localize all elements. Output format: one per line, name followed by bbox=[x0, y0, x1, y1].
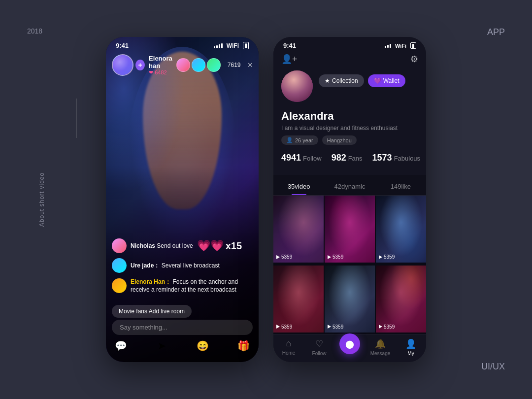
settings-icon[interactable]: ⚙ bbox=[410, 54, 418, 65]
collection-button[interactable]: ★ Collection bbox=[319, 74, 364, 87]
chat-avatar-2 bbox=[112, 258, 127, 273]
viewer-avatar-3 bbox=[207, 58, 221, 72]
play-icon-5 bbox=[328, 325, 331, 329]
home-icon: ⌂ bbox=[286, 338, 292, 349]
follow-label: Follow bbox=[312, 351, 327, 356]
fans-stat: 982 Fans bbox=[332, 153, 363, 163]
add-host-button[interactable]: + bbox=[135, 60, 145, 70]
movie-fans-button[interactable]: Movie fans Add live room bbox=[112, 305, 192, 318]
video-grid: 5359 5359 5359 5359 bbox=[273, 196, 426, 334]
tab-video[interactable]: 35video bbox=[273, 179, 324, 195]
nav-my[interactable]: 👤 My bbox=[396, 338, 426, 356]
phone1-content: 9:41 WiFi ▮ + bbox=[106, 37, 259, 362]
avatar-image bbox=[281, 70, 313, 102]
profile-name: Alexandra bbox=[273, 106, 426, 125]
phones-container: 9:41 WiFi ▮ + bbox=[106, 37, 426, 362]
time2: 9:41 bbox=[283, 42, 296, 49]
my-icon: 👤 bbox=[405, 338, 416, 349]
close-button[interactable]: × bbox=[247, 60, 253, 70]
video-views-6: 5359 bbox=[379, 324, 395, 330]
video-views-5: 5359 bbox=[328, 324, 343, 330]
share-icon[interactable]: ➤ bbox=[153, 337, 170, 355]
play-icon-4 bbox=[276, 325, 280, 329]
fabulous-stat: 1573 Fabulous bbox=[372, 153, 421, 163]
video-views-3: 5359 bbox=[379, 254, 395, 260]
chat-text-2: Ure jade： Several live broadcast bbox=[131, 262, 220, 270]
chat-input[interactable]: Say something... bbox=[112, 320, 253, 335]
play-icon-2 bbox=[328, 255, 331, 259]
chat-area: Nicholas Send out love 💗💗 x15 Ure jade： bbox=[112, 238, 253, 298]
profile-main: ★ Collection 💜 Wallet bbox=[273, 66, 426, 106]
location-value: Hangzhou bbox=[327, 137, 352, 143]
nav-record[interactable]: ⬤ bbox=[334, 338, 365, 356]
signal-icons: WiFi ▮ bbox=[214, 42, 249, 49]
video-views-1: 5359 bbox=[276, 254, 292, 260]
my-label: My bbox=[407, 351, 414, 356]
profile-top-icons: 👤+ ⚙ bbox=[273, 52, 426, 66]
message-icon: 🔔 bbox=[375, 338, 386, 349]
wallet-button[interactable]: 💜 Wallet bbox=[368, 74, 405, 87]
tab-dynamic[interactable]: 42dynamic bbox=[324, 179, 375, 195]
video-thumb-3[interactable]: 5359 bbox=[376, 196, 426, 263]
video-thumb-4[interactable]: 5359 bbox=[273, 266, 324, 332]
fabulous-count: 1573 bbox=[372, 153, 392, 163]
signal-icons-2: WiFi ▮ bbox=[385, 42, 416, 49]
location-tag: Hangzhou bbox=[322, 135, 357, 145]
chat-avatar-1 bbox=[112, 238, 127, 253]
chat-icon[interactable]: 💬 bbox=[112, 337, 130, 355]
tab-like[interactable]: 149like bbox=[375, 179, 426, 195]
video-thumb-1[interactable]: 5359 bbox=[273, 196, 324, 263]
emoji-icon[interactable]: 😄 bbox=[194, 337, 212, 355]
viewer-avatar-2 bbox=[192, 58, 205, 72]
profile-stats: 4941 Follow 982 Fans 1573 Fabulous bbox=[273, 149, 426, 167]
uiux-label: UI/UX bbox=[481, 362, 505, 372]
collection-label: Collection bbox=[332, 77, 358, 84]
record-button[interactable]: ⬤ bbox=[339, 333, 360, 354]
nav-message[interactable]: 🔔 Message bbox=[365, 338, 396, 356]
play-icon-3 bbox=[379, 255, 382, 259]
wallet-label: Wallet bbox=[383, 77, 399, 84]
play-icon-6 bbox=[379, 325, 382, 329]
age-value: 26 year bbox=[295, 137, 313, 143]
bottom-actions: 💬 ➤ 😄 🎁 bbox=[112, 337, 253, 355]
year-label: 2018 bbox=[27, 27, 42, 35]
video-thumb-5[interactable]: 5359 bbox=[325, 266, 375, 332]
home-label: Home bbox=[282, 350, 296, 356]
follow-label: Follow bbox=[303, 155, 322, 162]
profile-tabs: 35video 42dynamic 149like bbox=[273, 175, 426, 196]
host-name: Elenora han bbox=[149, 55, 172, 69]
collection-star-icon: ★ bbox=[325, 77, 330, 84]
phone1-live: 9:41 WiFi ▮ + bbox=[106, 37, 259, 362]
gift-icon[interactable]: 🎁 bbox=[235, 337, 253, 355]
phone2-profile: 9:41 WiFi ▮ 👤+ ⚙ bbox=[273, 37, 426, 362]
nav-home[interactable]: ⌂ Home bbox=[273, 338, 304, 356]
profile-section: 9:41 WiFi ▮ 👤+ ⚙ bbox=[273, 37, 426, 175]
host-info: Elenora han ❤ 6482 bbox=[149, 55, 172, 76]
bottom-nav: ⌂ Home ♡ Follow ⬤ 🔔 Message 👤 My bbox=[273, 334, 426, 362]
age-tag: 👤 26 year bbox=[281, 135, 318, 145]
add-friend-icon[interactable]: 👤+ bbox=[281, 54, 298, 65]
play-icon-1 bbox=[276, 255, 280, 259]
video-thumb-6[interactable]: 5359 bbox=[376, 266, 426, 332]
status-bar: 9:41 WiFi ▮ bbox=[106, 37, 259, 52]
video-views-4: 5359 bbox=[276, 324, 292, 330]
chat-avatar-3 bbox=[112, 278, 127, 293]
side-text: About short video bbox=[38, 172, 45, 227]
message-label: Message bbox=[370, 351, 391, 356]
viewer-avatar-1 bbox=[176, 58, 190, 72]
action-buttons: ★ Collection 💜 Wallet bbox=[319, 74, 405, 87]
chat-hearts-message: Nicholas Send out love 💗💗 x15 bbox=[112, 238, 253, 253]
fans-count: 982 bbox=[332, 153, 346, 163]
follow-icon: ♡ bbox=[315, 338, 323, 349]
heart-emoji: 💗💗 bbox=[197, 239, 224, 252]
video-thumb-2[interactable]: 5359 bbox=[325, 196, 375, 263]
profile-tags: 👤 26 year Hangzhou bbox=[273, 135, 426, 149]
live-top-bar: + Elenora han ❤ 6482 7619 × bbox=[106, 52, 259, 78]
chat-text-1: Nicholas Send out love bbox=[131, 242, 193, 249]
record-icon: ⬤ bbox=[345, 339, 354, 349]
hearts-display: 💗💗 x15 bbox=[197, 239, 242, 252]
viewer-count: 7619 bbox=[228, 62, 241, 68]
nav-follow[interactable]: ♡ Follow bbox=[304, 338, 334, 356]
chat-text-3: Elenora Han： Focus on the anchor and rec… bbox=[131, 278, 253, 293]
heart-count: x15 bbox=[226, 240, 242, 252]
